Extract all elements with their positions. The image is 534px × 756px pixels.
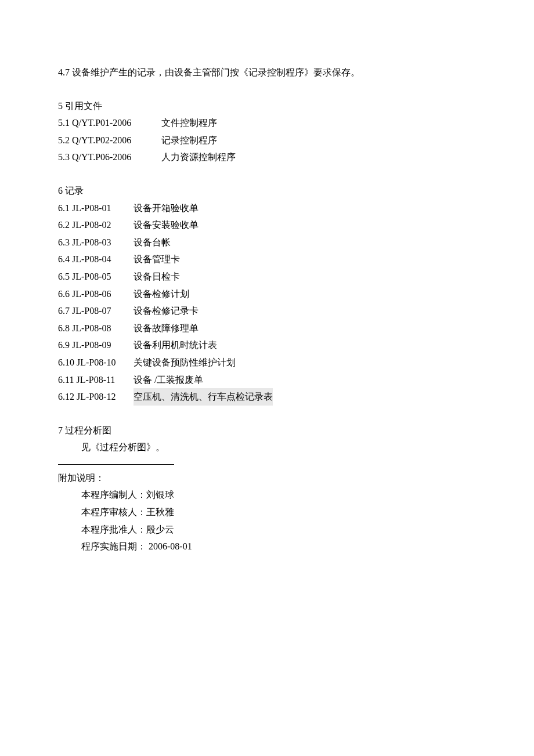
record-code: 6.3 JL-P08-03 <box>58 234 134 251</box>
record-code: 6.7 JL-P08-07 <box>58 302 134 320</box>
record-code: 6.2 JL-P08-02 <box>58 216 134 234</box>
record-code: 6.1 JL-P08-01 <box>58 200 134 217</box>
reference-code: 5.2 Q/YT.P02-2006 <box>58 132 161 149</box>
record-name: 设备日检卡 <box>134 268 180 285</box>
reference-name: 人力资源控制程序 <box>161 149 236 166</box>
appendix-line: 本程序编制人：刘银球 <box>81 486 476 504</box>
record-code: 6.5 JL-P08-05 <box>58 268 134 285</box>
record-name: 设备检修计划 <box>134 285 189 303</box>
record-name: 关键设备预防性维护计划 <box>134 354 236 371</box>
appendix-line: 本程序审核人：王秋雅 <box>81 504 476 521</box>
record-item: 6.9 JL-P08-09设备利用机时统计表 <box>58 337 476 354</box>
record-item: 6.1 JL-P08-01设备开箱验收单 <box>58 200 476 217</box>
record-name: 设备管理卡 <box>134 251 180 268</box>
record-name: 设备安装验收单 <box>134 216 199 234</box>
record-item: 6.7 JL-P08-07设备检修记录卡 <box>58 302 476 320</box>
section-5-list: 5.1 Q/YT.P01-2006文件控制程序5.2 Q/YT.P02-2006… <box>58 114 476 166</box>
record-name: 设备故障修理单 <box>134 320 199 337</box>
reference-code: 5.1 Q/YT.P01-2006 <box>58 114 161 132</box>
record-item: 6.5 JL-P08-05设备日检卡 <box>58 268 476 285</box>
record-item: 6.11 JL-P08-11设备 /工装报废单 <box>58 371 476 389</box>
section-7-title: 7 过程分析图 <box>58 422 476 439</box>
reference-name: 文件控制程序 <box>161 114 217 132</box>
reference-item: 5.2 Q/YT.P02-2006记录控制程序 <box>58 132 476 149</box>
record-code: 6.8 JL-P08-08 <box>58 320 134 337</box>
record-code: 6.6 JL-P08-06 <box>58 285 134 303</box>
record-code: 6.12 JL-P08-12 <box>58 388 134 406</box>
record-item: 6.10 JL-P08-10关键设备预防性维护计划 <box>58 354 476 371</box>
record-item: 6.4 JL-P08-04设备管理卡 <box>58 251 476 268</box>
reference-name: 记录控制程序 <box>161 132 217 149</box>
section-4-7: 4.7 设备维护产生的记录，由设备主管部门按《记录控制程序》要求保存。 <box>58 64 476 81</box>
record-item: 6.12 JL-P08-12空压机、清洗机、行车点检记录表 <box>58 388 476 406</box>
appendix-line: 程序实施日期： 2006-08-01 <box>81 538 476 555</box>
section-6-list: 6.1 JL-P08-01设备开箱验收单6.2 JL-P08-02设备安装验收单… <box>58 200 476 406</box>
record-code: 6.9 JL-P08-09 <box>58 337 134 354</box>
section-5-title: 5 引用文件 <box>58 97 476 115</box>
record-name: 设备 /工装报废单 <box>134 371 203 389</box>
divider <box>58 464 174 465</box>
record-name: 设备开箱验收单 <box>134 200 199 217</box>
record-name: 设备台帐 <box>134 234 171 251</box>
appendix-title: 附加说明： <box>58 469 476 487</box>
record-item: 6.2 JL-P08-02设备安装验收单 <box>58 216 476 234</box>
reference-item: 5.3 Q/YT.P06-2006人力资源控制程序 <box>58 149 476 166</box>
record-code: 6.10 JL-P08-10 <box>58 354 134 371</box>
appendix-line: 本程序批准人：殷少云 <box>81 521 476 538</box>
record-code: 6.4 JL-P08-04 <box>58 251 134 268</box>
record-name: 设备利用机时统计表 <box>134 337 217 354</box>
record-code: 6.11 JL-P08-11 <box>58 371 134 389</box>
section-7-body: 见《过程分析图》。 <box>58 439 476 456</box>
record-name: 设备检修记录卡 <box>134 302 199 320</box>
record-item: 6.3 JL-P08-03设备台帐 <box>58 234 476 251</box>
record-name: 空压机、清洗机、行车点检记录表 <box>134 388 273 406</box>
section-6-title: 6 记录 <box>58 182 476 200</box>
record-item: 6.8 JL-P08-08设备故障修理单 <box>58 320 476 337</box>
appendix-lines: 本程序编制人：刘银球本程序审核人：王秋雅本程序批准人：殷少云程序实施日期： 20… <box>58 486 476 555</box>
reference-code: 5.3 Q/YT.P06-2006 <box>58 149 161 166</box>
record-item: 6.6 JL-P08-06设备检修计划 <box>58 285 476 303</box>
reference-item: 5.1 Q/YT.P01-2006文件控制程序 <box>58 114 476 132</box>
